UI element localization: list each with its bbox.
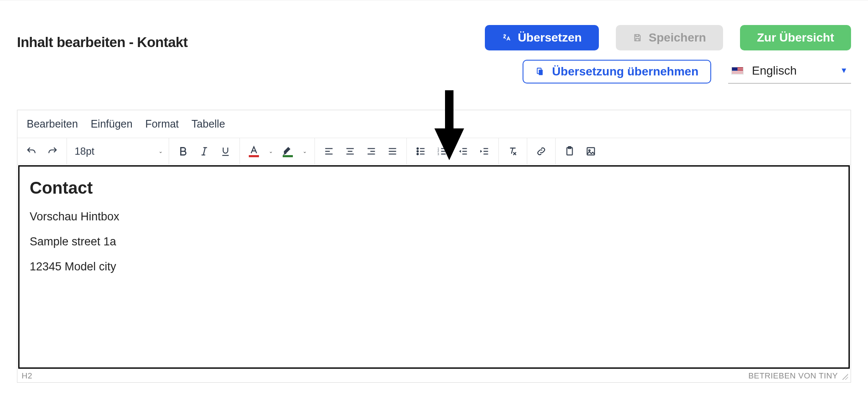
content-heading: Contact <box>30 178 838 197</box>
language-select[interactable]: Englisch ▼ <box>728 60 851 83</box>
menu-edit[interactable]: Bearbeiten <box>27 118 78 130</box>
copy-icon <box>535 67 545 76</box>
element-path[interactable]: H2 <box>22 371 32 381</box>
text-color-dropdown[interactable]: ⌄ <box>265 142 276 161</box>
outdent-button[interactable] <box>453 142 473 161</box>
clear-formatting-button[interactable] <box>503 142 523 161</box>
overview-button[interactable]: Zur Übersicht <box>740 25 851 50</box>
highlight-color-button[interactable] <box>278 142 298 161</box>
align-center-button[interactable] <box>340 142 360 161</box>
svg-line-2 <box>203 147 205 155</box>
header-row: Inhalt bearbeiten - Kontakt Übersetzen S… <box>17 0 851 50</box>
svg-text:3: 3 <box>437 152 439 155</box>
content-line: Sample street 1a <box>30 235 838 248</box>
svg-point-18 <box>417 147 418 149</box>
link-button[interactable] <box>531 142 551 161</box>
tiny-branding[interactable]: BETRIEBEN VON TINY <box>748 371 838 381</box>
toolbar-color-group: ⌄ ⌄ <box>240 138 315 164</box>
flag-icon <box>732 67 743 75</box>
editor-statusbar: H2 BETRIEBEN VON TINY <box>17 370 851 382</box>
indent-button[interactable] <box>475 142 494 161</box>
align-left-button[interactable] <box>319 142 339 161</box>
chevron-down-icon: ▼ <box>840 66 848 75</box>
page-title: Inhalt bearbeiten - Kontakt <box>17 34 188 50</box>
translate-icon <box>502 33 511 42</box>
image-button[interactable] <box>581 142 601 161</box>
font-size-select[interactable]: 18pt ⌄ <box>67 138 169 164</box>
numbered-list-button[interactable]: 123 <box>432 142 452 161</box>
translate-button-label: Übersetzen <box>518 31 582 44</box>
editor-toolbar: 18pt ⌄ ⌄ <box>17 138 851 164</box>
paste-button[interactable] <box>560 142 579 161</box>
toolbar-history-group <box>17 138 67 164</box>
svg-point-19 <box>417 150 418 152</box>
editor-menubar: Bearbeiten Einfügen Format Tabelle <box>17 110 851 138</box>
menu-format[interactable]: Format <box>145 118 179 130</box>
svg-point-41 <box>589 150 590 151</box>
primary-actions: Übersetzen Speichern Zur Übersicht <box>485 25 851 50</box>
menu-insert[interactable]: Einfügen <box>91 118 133 130</box>
bold-button[interactable] <box>173 142 193 161</box>
svg-rect-40 <box>587 147 594 155</box>
secondary-row: Übersetzung übernehmen Englisch ▼ <box>17 60 851 83</box>
save-button: Speichern <box>616 25 723 50</box>
svg-point-20 <box>417 153 418 154</box>
resize-handle[interactable] <box>840 372 848 380</box>
content-line: Vorschau Hintbox <box>30 210 838 223</box>
toolbar-link-group <box>527 138 556 164</box>
toolbar-align-group <box>315 138 407 164</box>
redo-button[interactable] <box>43 142 62 161</box>
save-icon <box>633 33 642 42</box>
font-size-value: 18pt <box>75 145 95 157</box>
translate-button[interactable]: Übersetzen <box>485 25 599 50</box>
undo-button[interactable] <box>22 142 41 161</box>
content-line: 12345 Model city <box>30 260 838 273</box>
underline-button[interactable] <box>216 142 235 161</box>
italic-button[interactable] <box>195 142 214 161</box>
editor: Bearbeiten Einfügen Format Tabelle 18pt … <box>17 110 851 383</box>
toolbar-clear-group <box>499 138 527 164</box>
menu-table[interactable]: Tabelle <box>192 118 225 130</box>
editor-content[interactable]: Contact Vorschau Hintbox Sample street 1… <box>18 165 850 369</box>
text-color-button[interactable] <box>244 142 264 161</box>
overview-button-label: Zur Übersicht <box>757 31 834 44</box>
align-right-button[interactable] <box>362 142 381 161</box>
save-button-label: Speichern <box>649 31 706 44</box>
chevron-down-icon: ⌄ <box>269 148 273 154</box>
bullet-list-button[interactable] <box>411 142 431 161</box>
apply-translation-label: Übersetzung übernehmen <box>552 65 698 78</box>
chevron-down-icon: ⌄ <box>303 148 307 154</box>
highlight-color-dropdown[interactable]: ⌄ <box>299 142 310 161</box>
apply-translation-button[interactable]: Übersetzung übernehmen <box>523 60 711 83</box>
toolbar-list-group: 123 <box>407 138 499 164</box>
toolbar-text-style-group <box>169 138 240 164</box>
language-label: Englisch <box>752 64 797 78</box>
toolbar-media-group <box>556 138 605 164</box>
align-justify-button[interactable] <box>383 142 402 161</box>
toolbar-fontsize-group: 18pt ⌄ <box>67 138 169 164</box>
svg-rect-1 <box>539 70 542 75</box>
page-container: Inhalt bearbeiten - Kontakt Übersetzen S… <box>0 0 868 383</box>
chevron-down-icon: ⌄ <box>159 148 163 154</box>
